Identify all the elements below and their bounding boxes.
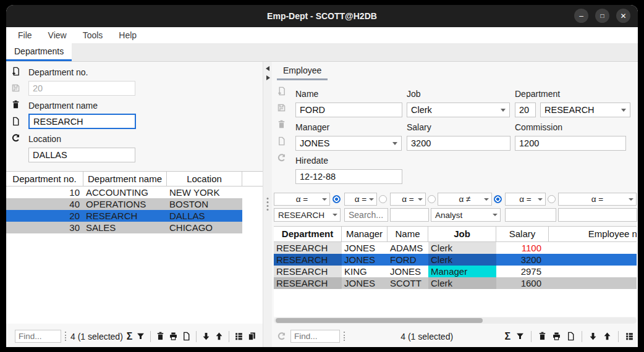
hiredate-field[interactable] bbox=[295, 169, 402, 184]
sum-icon[interactable]: Σ bbox=[504, 332, 511, 341]
department-combo[interactable]: RESEARCH bbox=[540, 103, 630, 117]
minimize-button[interactable]: – bbox=[574, 9, 588, 23]
chevron-down-icon bbox=[621, 109, 626, 112]
dept-name-field[interactable] bbox=[28, 114, 136, 129]
table-row-selected[interactable]: 20 RESEARCH DALLAS bbox=[6, 210, 242, 222]
table-row[interactable]: 30 SALES CHICAGO bbox=[6, 222, 242, 233]
filter-op-job[interactable]: α ≠ bbox=[438, 193, 492, 206]
menu-help[interactable]: Help bbox=[119, 30, 137, 40]
tab-departments[interactable]: Departments bbox=[6, 43, 72, 61]
find-input[interactable] bbox=[290, 330, 340, 343]
filter-op-name[interactable]: α = bbox=[390, 193, 426, 206]
collapse-right-icon[interactable] bbox=[266, 75, 270, 80]
table-row[interactable]: 10 ACCOUNTING NEW YORK bbox=[6, 186, 242, 198]
list-icon[interactable] bbox=[625, 332, 634, 341]
menu-bar: File View Tools Help bbox=[6, 27, 638, 43]
employee-tab-bar: Employee bbox=[272, 62, 638, 80]
col-name[interactable]: Name bbox=[388, 227, 428, 241]
move-up-icon[interactable] bbox=[603, 332, 612, 341]
menu-tools[interactable]: Tools bbox=[83, 30, 103, 40]
refresh-icon[interactable] bbox=[277, 332, 286, 341]
filter-radio-manager[interactable] bbox=[379, 195, 387, 203]
col-dept-name[interactable]: Department name bbox=[83, 172, 167, 186]
filter-op-department[interactable]: α = bbox=[274, 193, 330, 206]
copy-icon[interactable] bbox=[182, 332, 191, 341]
split-divider[interactable] bbox=[263, 62, 272, 347]
filter-radio-job[interactable] bbox=[494, 195, 502, 203]
manager-combo[interactable]: JONES bbox=[295, 136, 402, 151]
chevron-down-icon bbox=[538, 198, 543, 201]
salary-field[interactable] bbox=[407, 136, 511, 151]
filter-op-salary[interactable]: α = bbox=[505, 193, 546, 206]
horizontal-scrollbar[interactable] bbox=[274, 317, 637, 324]
filter-icon[interactable] bbox=[136, 332, 145, 341]
find-input[interactable] bbox=[15, 330, 61, 343]
delete-icon[interactable] bbox=[538, 332, 547, 341]
job-combo[interactable]: Clerk bbox=[407, 103, 510, 117]
divider-grip-icon[interactable] bbox=[267, 198, 269, 211]
scrollbar-thumb[interactable] bbox=[276, 318, 483, 323]
refresh-icon[interactable] bbox=[277, 153, 286, 162]
menu-view[interactable]: View bbox=[48, 30, 67, 40]
delete-icon[interactable] bbox=[156, 332, 165, 341]
refresh-icon[interactable] bbox=[11, 133, 20, 143]
insert-record-icon[interactable] bbox=[11, 67, 20, 76]
name-field[interactable] bbox=[295, 103, 402, 117]
col-employee-no[interactable]: Employee no. bbox=[549, 227, 637, 241]
table-row[interactable]: RESEARCH KING JONES Manager 2975 bbox=[274, 266, 637, 277]
col-dept-no[interactable]: Department no. bbox=[6, 172, 83, 186]
insert-record-icon[interactable] bbox=[277, 86, 286, 96]
col-department[interactable]: Department bbox=[274, 227, 342, 241]
col-job[interactable]: Job bbox=[428, 227, 496, 241]
dept-no-field[interactable] bbox=[28, 81, 135, 96]
move-up-icon[interactable] bbox=[214, 332, 224, 341]
filter-value-department[interactable]: RESEARCH bbox=[274, 208, 341, 222]
filter-radio-name[interactable] bbox=[428, 195, 436, 203]
filter-icon[interactable] bbox=[515, 332, 525, 341]
departments-panel: Department no. Department name Location … bbox=[6, 62, 263, 347]
tab-employee[interactable]: Employee bbox=[277, 62, 328, 80]
title-bar[interactable]: Emp-Dept - SCOTT@H2DB – □ ✕ bbox=[6, 5, 638, 27]
filter-op-manager[interactable]: α = bbox=[344, 193, 377, 206]
location-field[interactable] bbox=[28, 148, 135, 162]
filter-value-salary[interactable] bbox=[505, 208, 556, 222]
print-icon[interactable] bbox=[552, 332, 561, 341]
documents-icon[interactable] bbox=[247, 332, 256, 341]
move-down-icon[interactable] bbox=[201, 332, 211, 341]
move-down-icon[interactable] bbox=[588, 332, 598, 341]
table-row[interactable]: RESEARCH JONES ADAMS Clerk 1100 bbox=[274, 242, 637, 254]
close-button[interactable]: ✕ bbox=[616, 9, 630, 23]
filter-value-job[interactable]: Analyst bbox=[431, 208, 501, 222]
col-location[interactable]: Location bbox=[167, 172, 242, 186]
job-combo-value: Clerk bbox=[411, 105, 432, 115]
table-row[interactable]: RESEARCH JONES SCOTT Clerk 1600 bbox=[274, 277, 637, 289]
filter-radio-salary[interactable] bbox=[548, 195, 556, 203]
copy-icon[interactable] bbox=[566, 332, 575, 341]
commission-field[interactable] bbox=[515, 136, 626, 151]
dept-no-field[interactable] bbox=[515, 103, 536, 117]
col-empty[interactable] bbox=[242, 172, 263, 186]
col-manager[interactable]: Manager bbox=[342, 227, 388, 241]
sum-icon[interactable]: Σ bbox=[127, 332, 133, 341]
list-icon[interactable] bbox=[234, 332, 244, 341]
print-icon[interactable] bbox=[169, 332, 178, 341]
table-row-selected[interactable]: RESEARCH JONES FORD Clerk 3200 bbox=[274, 254, 637, 266]
app-window: Emp-Dept - SCOTT@H2DB – □ ✕ File View To… bbox=[6, 5, 638, 347]
col-salary[interactable]: Salary bbox=[496, 227, 549, 241]
filter-value-manager[interactable] bbox=[344, 208, 388, 222]
filter-value-employee-no[interactable] bbox=[558, 208, 637, 222]
table-row[interactable]: 40 OPERATIONS BOSTON bbox=[6, 198, 242, 210]
filter-radio-department[interactable] bbox=[333, 195, 341, 203]
delete-record-icon[interactable] bbox=[277, 120, 286, 129]
copy-record-icon[interactable] bbox=[11, 117, 20, 126]
collapse-left-icon[interactable] bbox=[266, 66, 269, 71]
save-icon[interactable] bbox=[277, 103, 286, 112]
chevron-down-icon bbox=[333, 214, 337, 216]
delete-record-icon[interactable] bbox=[11, 100, 20, 109]
copy-record-icon[interactable] bbox=[277, 136, 286, 146]
menu-file[interactable]: File bbox=[18, 30, 32, 40]
filter-value-name[interactable] bbox=[390, 208, 429, 222]
filter-op-employee-no[interactable]: α = bbox=[558, 193, 637, 206]
save-icon[interactable] bbox=[11, 83, 20, 93]
maximize-button[interactable]: □ bbox=[595, 9, 609, 23]
